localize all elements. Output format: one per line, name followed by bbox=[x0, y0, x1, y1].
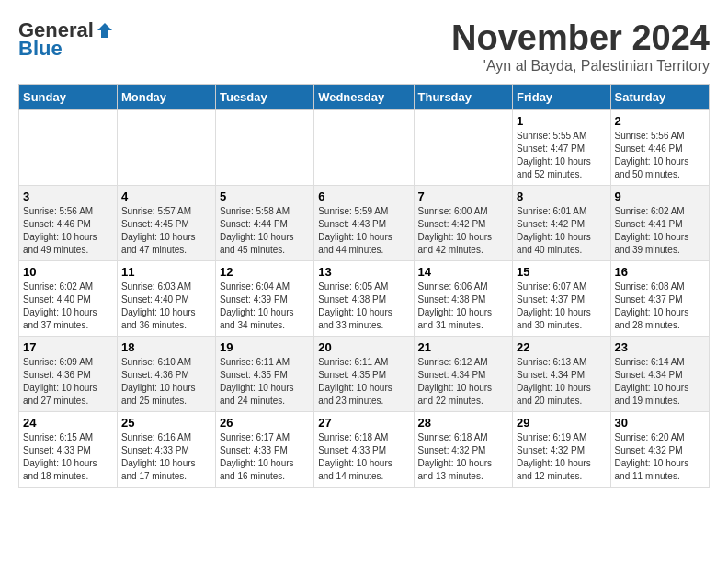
day-info: Sunrise: 6:15 AM Sunset: 4:33 PM Dayligh… bbox=[23, 431, 113, 483]
calendar-cell: 14Sunrise: 6:06 AM Sunset: 4:38 PM Dayli… bbox=[414, 261, 513, 337]
calendar-cell: 30Sunrise: 6:20 AM Sunset: 4:32 PM Dayli… bbox=[610, 412, 709, 488]
calendar-cell: 19Sunrise: 6:11 AM Sunset: 4:35 PM Dayli… bbox=[215, 337, 313, 412]
calendar-cell: 21Sunrise: 6:12 AM Sunset: 4:34 PM Dayli… bbox=[414, 337, 513, 412]
day-info: Sunrise: 5:58 AM Sunset: 4:44 PM Dayligh… bbox=[220, 205, 310, 257]
calendar-cell: 29Sunrise: 6:19 AM Sunset: 4:32 PM Dayli… bbox=[513, 412, 610, 488]
calendar-cell bbox=[314, 110, 414, 186]
day-number: 22 bbox=[517, 340, 606, 354]
day-info: Sunrise: 6:17 AM Sunset: 4:33 PM Dayligh… bbox=[220, 431, 310, 483]
calendar-cell: 15Sunrise: 6:07 AM Sunset: 4:37 PM Dayli… bbox=[513, 261, 610, 337]
calendar-cell: 12Sunrise: 6:04 AM Sunset: 4:39 PM Dayli… bbox=[215, 261, 313, 337]
day-number: 7 bbox=[418, 190, 509, 203]
calendar-cell: 18Sunrise: 6:10 AM Sunset: 4:36 PM Dayli… bbox=[117, 337, 215, 412]
day-number: 12 bbox=[220, 265, 310, 279]
day-info: Sunrise: 6:00 AM Sunset: 4:42 PM Dayligh… bbox=[418, 205, 509, 257]
day-info: Sunrise: 6:07 AM Sunset: 4:37 PM Dayligh… bbox=[517, 281, 606, 332]
day-info: Sunrise: 6:10 AM Sunset: 4:36 PM Dayligh… bbox=[121, 356, 211, 408]
day-info: Sunrise: 6:01 AM Sunset: 4:42 PM Dayligh… bbox=[517, 205, 606, 257]
day-info: Sunrise: 6:02 AM Sunset: 4:40 PM Dayligh… bbox=[23, 281, 113, 332]
calendar-cell bbox=[215, 110, 313, 186]
day-number: 13 bbox=[318, 265, 409, 279]
day-info: Sunrise: 6:19 AM Sunset: 4:32 PM Dayligh… bbox=[517, 431, 606, 483]
title-block: November 2024 'Ayn al Bayda, Palestinian… bbox=[451, 18, 710, 75]
calendar-cell: 4Sunrise: 5:57 AM Sunset: 4:45 PM Daylig… bbox=[117, 186, 215, 261]
day-number: 17 bbox=[23, 340, 113, 354]
calendar-cell: 1Sunrise: 5:55 AM Sunset: 4:47 PM Daylig… bbox=[513, 110, 610, 186]
day-info: Sunrise: 5:59 AM Sunset: 4:43 PM Dayligh… bbox=[318, 205, 409, 257]
day-info: Sunrise: 6:04 AM Sunset: 4:39 PM Dayligh… bbox=[220, 281, 310, 332]
day-number: 26 bbox=[220, 416, 310, 430]
day-info: Sunrise: 6:05 AM Sunset: 4:38 PM Dayligh… bbox=[318, 281, 409, 332]
day-info: Sunrise: 6:02 AM Sunset: 4:41 PM Dayligh… bbox=[615, 205, 705, 257]
logo-icon bbox=[96, 21, 114, 40]
calendar-cell: 25Sunrise: 6:16 AM Sunset: 4:33 PM Dayli… bbox=[117, 412, 215, 488]
day-info: Sunrise: 6:20 AM Sunset: 4:32 PM Dayligh… bbox=[615, 431, 705, 483]
calendar-cell bbox=[19, 110, 118, 186]
month-title: November 2024 bbox=[451, 18, 710, 58]
calendar-cell: 9Sunrise: 6:02 AM Sunset: 4:41 PM Daylig… bbox=[610, 186, 709, 261]
calendar-cell: 13Sunrise: 6:05 AM Sunset: 4:38 PM Dayli… bbox=[314, 261, 414, 337]
calendar-cell: 26Sunrise: 6:17 AM Sunset: 4:33 PM Dayli… bbox=[215, 412, 313, 488]
calendar-cell: 22Sunrise: 6:13 AM Sunset: 4:34 PM Dayli… bbox=[513, 337, 610, 412]
calendar-cell: 17Sunrise: 6:09 AM Sunset: 4:36 PM Dayli… bbox=[19, 337, 118, 412]
day-info: Sunrise: 6:18 AM Sunset: 4:32 PM Dayligh… bbox=[418, 431, 509, 483]
day-info: Sunrise: 6:13 AM Sunset: 4:34 PM Dayligh… bbox=[517, 356, 606, 408]
day-number: 1 bbox=[517, 114, 606, 128]
day-number: 15 bbox=[517, 265, 606, 279]
day-info: Sunrise: 6:11 AM Sunset: 4:35 PM Dayligh… bbox=[220, 356, 310, 408]
day-info: Sunrise: 5:56 AM Sunset: 4:46 PM Dayligh… bbox=[615, 130, 705, 181]
day-number: 27 bbox=[318, 416, 409, 430]
calendar-cell: 11Sunrise: 6:03 AM Sunset: 4:40 PM Dayli… bbox=[117, 261, 215, 337]
logo-blue: Blue bbox=[18, 37, 63, 61]
day-number: 14 bbox=[418, 265, 509, 279]
calendar-cell: 6Sunrise: 5:59 AM Sunset: 4:43 PM Daylig… bbox=[314, 186, 414, 261]
page-header: General Blue November 2024 'Ayn al Bayda… bbox=[18, 18, 710, 75]
calendar-cell: 24Sunrise: 6:15 AM Sunset: 4:33 PM Dayli… bbox=[19, 412, 118, 488]
day-number: 23 bbox=[615, 340, 705, 354]
day-number: 19 bbox=[220, 340, 310, 354]
day-number: 21 bbox=[418, 340, 509, 354]
day-info: Sunrise: 5:55 AM Sunset: 4:47 PM Dayligh… bbox=[517, 130, 606, 181]
calendar-cell: 23Sunrise: 6:14 AM Sunset: 4:34 PM Dayli… bbox=[610, 337, 709, 412]
calendar-table: SundayMondayTuesdayWednesdayThursdayFrid… bbox=[18, 84, 710, 488]
day-number: 5 bbox=[220, 190, 310, 203]
day-number: 11 bbox=[121, 265, 211, 279]
calendar-cell: 28Sunrise: 6:18 AM Sunset: 4:32 PM Dayli… bbox=[414, 412, 513, 488]
day-number: 25 bbox=[121, 416, 211, 430]
day-info: Sunrise: 6:16 AM Sunset: 4:33 PM Dayligh… bbox=[121, 431, 211, 483]
day-info: Sunrise: 6:08 AM Sunset: 4:37 PM Dayligh… bbox=[615, 281, 705, 332]
day-number: 28 bbox=[418, 416, 509, 430]
location-title: 'Ayn al Bayda, Palestinian Territory bbox=[451, 58, 710, 75]
day-number: 3 bbox=[23, 190, 113, 203]
day-header: Sunday bbox=[19, 85, 118, 110]
day-number: 20 bbox=[318, 340, 409, 354]
day-info: Sunrise: 6:18 AM Sunset: 4:33 PM Dayligh… bbox=[318, 431, 409, 483]
day-info: Sunrise: 6:06 AM Sunset: 4:38 PM Dayligh… bbox=[418, 281, 509, 332]
day-number: 8 bbox=[517, 190, 606, 203]
day-number: 2 bbox=[615, 114, 705, 128]
logo: General Blue bbox=[18, 18, 116, 61]
calendar-cell bbox=[117, 110, 215, 186]
day-header: Saturday bbox=[610, 85, 709, 110]
day-info: Sunrise: 6:09 AM Sunset: 4:36 PM Dayligh… bbox=[23, 356, 113, 408]
day-number: 9 bbox=[615, 190, 705, 203]
calendar-cell: 3Sunrise: 5:56 AM Sunset: 4:46 PM Daylig… bbox=[19, 186, 118, 261]
day-info: Sunrise: 6:12 AM Sunset: 4:34 PM Dayligh… bbox=[418, 356, 509, 408]
calendar-cell: 5Sunrise: 5:58 AM Sunset: 4:44 PM Daylig… bbox=[215, 186, 313, 261]
day-header: Friday bbox=[513, 85, 610, 110]
day-info: Sunrise: 6:03 AM Sunset: 4:40 PM Dayligh… bbox=[121, 281, 211, 332]
day-header: Wednesday bbox=[314, 85, 414, 110]
day-header: Thursday bbox=[414, 85, 513, 110]
calendar-cell: 10Sunrise: 6:02 AM Sunset: 4:40 PM Dayli… bbox=[19, 261, 118, 337]
day-info: Sunrise: 6:14 AM Sunset: 4:34 PM Dayligh… bbox=[615, 356, 705, 408]
day-number: 24 bbox=[23, 416, 113, 430]
day-number: 30 bbox=[615, 416, 705, 430]
day-header: Tuesday bbox=[215, 85, 313, 110]
calendar-cell bbox=[414, 110, 513, 186]
day-number: 4 bbox=[121, 190, 211, 203]
calendar-cell: 16Sunrise: 6:08 AM Sunset: 4:37 PM Dayli… bbox=[610, 261, 709, 337]
day-info: Sunrise: 5:57 AM Sunset: 4:45 PM Dayligh… bbox=[121, 205, 211, 257]
day-number: 29 bbox=[517, 416, 606, 430]
calendar-cell: 27Sunrise: 6:18 AM Sunset: 4:33 PM Dayli… bbox=[314, 412, 414, 488]
calendar-cell: 7Sunrise: 6:00 AM Sunset: 4:42 PM Daylig… bbox=[414, 186, 513, 261]
